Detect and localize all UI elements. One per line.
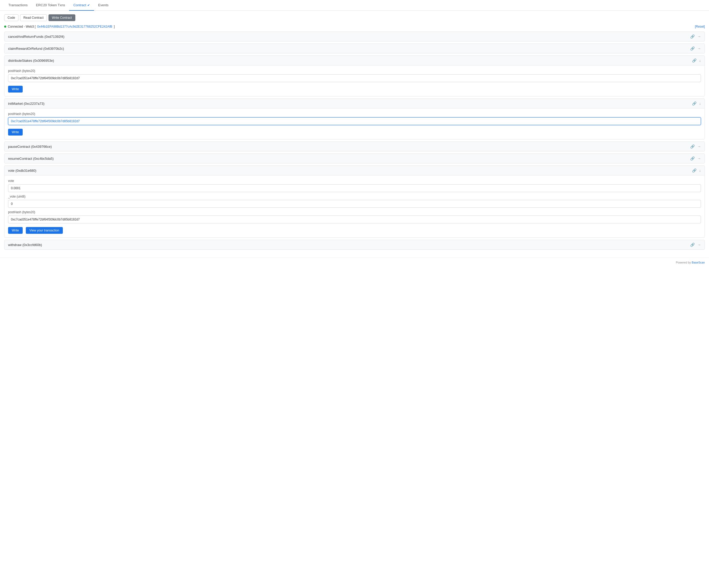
section-icons-1: 🔗 → — [690, 34, 701, 38]
link-icon-3[interactable]: 🔗 — [692, 58, 697, 62]
section-title-3: distributeStakes (0x3096953e) — [8, 59, 54, 62]
arrow-icon-1[interactable]: → — [697, 34, 701, 38]
link-icon-5[interactable]: 🔗 — [690, 144, 695, 149]
section-icons-7: 🔗 ↓ — [692, 168, 701, 172]
connection-bar: Connected - Web3 [ 0x44b1EFA98Bd1377cAc9… — [4, 25, 705, 28]
section-header-2[interactable]: claimRewardOrRefund (0x63970b2c) 🔗 → — [4, 44, 705, 53]
section-withdraw: withdraw (0x3ccfd60b) 🔗 → — [4, 240, 705, 250]
link-icon-4[interactable]: 🔗 — [692, 101, 697, 106]
contract-tab-label: Contract — [73, 3, 86, 7]
section-icons-6: 🔗 → — [690, 156, 701, 161]
code-button[interactable]: Code — [4, 14, 19, 21]
footer: Powered by BaseScan — [0, 258, 709, 267]
section-title-4: initMarket (0xc2237a73) — [8, 102, 44, 106]
field-label-4-0: postHash (bytes20) — [8, 112, 701, 116]
connection-text: Connected - Web3 [ — [8, 25, 36, 28]
read-contract-button[interactable]: Read Contract — [20, 14, 47, 21]
section-header-4[interactable]: initMarket (0xc2237a73) 🔗 ↓ — [4, 99, 705, 108]
section-cancelAndReturnFunds: cancelAndReturnFunds (0xd71392f4) 🔗 → — [4, 31, 705, 42]
connection-suffix: ] — [114, 25, 115, 28]
nav-item-transactions[interactable]: Transactions — [4, 0, 32, 11]
link-icon-6[interactable]: 🔗 — [690, 156, 695, 161]
section-header-1[interactable]: cancelAndReturnFunds (0xd71392f4) 🔗 → — [4, 32, 705, 41]
top-nav: Transactions ERC20 Token Txns Contract ✔… — [0, 0, 709, 11]
nav-item-contract[interactable]: Contract ✔ — [69, 0, 94, 11]
section-title-8: withdraw (0x3ccfd60b) — [8, 243, 42, 247]
section-body-4: postHash (bytes20) Write — [4, 108, 705, 139]
write-button-7[interactable]: Write — [8, 227, 23, 234]
link-icon-7[interactable]: 🔗 — [692, 168, 697, 172]
link-icon-1[interactable]: 🔗 — [690, 34, 695, 38]
section-icons-5: 🔗 → — [690, 144, 701, 149]
section-title-6: resumeContract (0xc4bc5da5) — [8, 157, 54, 161]
section-distributeStakes: distributeStakes (0x3096953e) 🔗 ↓ postHa… — [4, 55, 705, 97]
field-input-4-0[interactable] — [8, 117, 701, 125]
section-header-3[interactable]: distributeStakes (0x3096953e) 🔗 ↓ — [4, 56, 705, 65]
connected-dot — [4, 26, 6, 28]
section-icons-2: 🔗 → — [690, 46, 701, 51]
arrow-icon-6[interactable]: → — [697, 156, 701, 161]
section-header-5[interactable]: pauseContract (0x439766ce) 🔗 → — [4, 142, 705, 151]
section-vote: vote (0xdb31e680) 🔗 ↓ vote _vote (uint8)… — [4, 165, 705, 238]
wallet-address-link[interactable]: 0x44b1EFA98Bd1377cAc9d2E317768252CFE242A… — [37, 25, 112, 28]
chevron-icon-3[interactable]: ↓ — [699, 58, 701, 62]
section-header-7[interactable]: vote (0xdb31e680) 🔗 ↓ — [4, 166, 705, 176]
section-icons-8: 🔗 → — [690, 243, 701, 247]
field-input-7-2[interactable] — [8, 216, 701, 223]
footer-link[interactable]: BaseScan — [692, 261, 705, 264]
field-input-7-0[interactable] — [8, 184, 701, 192]
write-button-4[interactable]: Write — [8, 129, 23, 136]
arrow-icon-8[interactable]: → — [697, 243, 701, 247]
section-title-2: claimRewardOrRefund (0x63970b2c) — [8, 47, 64, 51]
section-body-3: postHash (bytes20) Write — [4, 65, 705, 96]
section-title-1: cancelAndReturnFunds (0xd71392f4) — [8, 35, 64, 38]
arrow-icon-5[interactable]: → — [697, 144, 701, 149]
field-label-3-0: postHash (bytes20) — [8, 69, 701, 73]
section-icons-3: 🔗 ↓ — [692, 58, 701, 62]
section-title-7: vote (0xdb31e680) — [8, 169, 36, 172]
field-label-7-0: vote — [8, 179, 701, 183]
field-label-7-1: _vote (uint8) — [8, 195, 701, 198]
link-icon-8[interactable]: 🔗 — [690, 243, 695, 247]
section-body-7: vote _vote (uint8) postHash (bytes20) Wr… — [4, 176, 705, 237]
link-icon-2[interactable]: 🔗 — [690, 46, 695, 51]
field-input-7-1[interactable] — [8, 200, 701, 208]
toolbar: Code Read Contract Write Contract — [4, 14, 705, 21]
section-claimRewardOrRefund: claimRewardOrRefund (0x63970b2c) 🔗 → — [4, 44, 705, 53]
reset-link[interactable]: [Reset] — [695, 25, 705, 28]
arrow-icon-2[interactable]: → — [697, 46, 701, 51]
contract-verified-icon: ✔ — [87, 3, 90, 7]
section-pauseContract: pauseContract (0x439766ce) 🔗 → — [4, 141, 705, 152]
nav-item-events[interactable]: Events — [94, 0, 113, 11]
field-input-3-0[interactable] — [8, 74, 701, 82]
connection-status: Connected - Web3 [ 0x44b1EFA98Bd1377cAc9… — [4, 25, 115, 28]
section-header-8[interactable]: withdraw (0x3ccfd60b) 🔗 → — [4, 240, 705, 249]
nav-item-erc20[interactable]: ERC20 Token Txns — [32, 0, 69, 11]
field-label-7-2: postHash (bytes20) — [8, 210, 701, 214]
section-header-6[interactable]: resumeContract (0xc4bc5da5) 🔗 → — [4, 154, 705, 163]
section-title-5: pauseContract (0x439766ce) — [8, 145, 52, 149]
chevron-icon-4[interactable]: ↓ — [699, 101, 701, 106]
footer-text: Powered by — [676, 261, 692, 264]
section-resumeContract: resumeContract (0xc4bc5da5) 🔗 → — [4, 154, 705, 163]
write-button-3[interactable]: Write — [8, 86, 23, 92]
section-initMarket: initMarket (0xc2237a73) 🔗 ↓ postHash (by… — [4, 99, 705, 139]
write-contract-button[interactable]: Write Contract — [49, 14, 75, 21]
view-tx-button-7[interactable]: View your transaction — [26, 227, 63, 234]
chevron-icon-7[interactable]: ↓ — [699, 168, 701, 172]
section-icons-4: 🔗 ↓ — [692, 101, 701, 106]
